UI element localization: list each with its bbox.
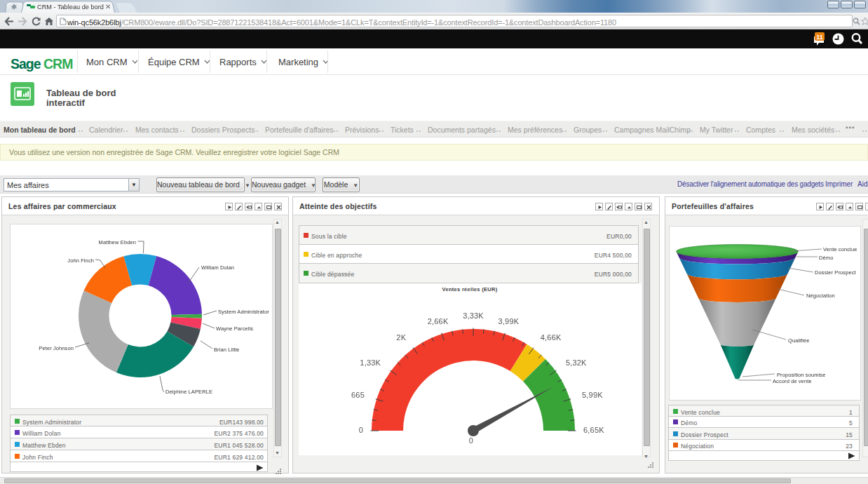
svg-text:1,33K: 1,33K (360, 358, 381, 367)
svg-text:3,99K: 3,99K (499, 317, 520, 325)
svg-text:2K: 2K (396, 333, 406, 342)
svg-text:Vente conclue: Vente conclue (823, 246, 857, 253)
svg-text:Proposition soumise: Proposition soumise (777, 372, 825, 378)
svg-text:System Administrator: System Administrator (218, 309, 269, 315)
svg-text:2,66K: 2,66K (428, 317, 449, 325)
svg-text:0: 0 (469, 436, 473, 445)
svg-text:John Finch: John Finch (67, 257, 94, 264)
svg-text:William Dolan: William Dolan (201, 264, 234, 271)
svg-text:Peter Johnson: Peter Johnson (39, 345, 74, 351)
svg-text:6,65K: 6,65K (583, 426, 604, 434)
svg-text:Accord de vente: Accord de vente (773, 378, 812, 384)
svg-text:5,99K: 5,99K (582, 391, 603, 399)
svg-text:Démo: Démo (819, 255, 833, 261)
svg-text:Qualifiée: Qualifiée (788, 337, 810, 344)
svg-text:665: 665 (351, 391, 365, 399)
svg-text:5,32K: 5,32K (566, 358, 587, 367)
svg-text:Dossier Prospect: Dossier Prospect (815, 269, 857, 276)
svg-text:0: 0 (359, 426, 363, 434)
svg-text:Matthew Ebden: Matthew Ebden (99, 239, 136, 246)
svg-text:3,33K: 3,33K (463, 311, 484, 320)
svg-text:4,66K: 4,66K (541, 333, 562, 342)
svg-text:Delphine LAPERLE: Delphine LAPERLE (165, 389, 212, 395)
svg-text:Wayne Parcells: Wayne Parcells (216, 325, 253, 332)
svg-text:Brian Little: Brian Little (214, 347, 240, 353)
svg-text:Négociation: Négociation (806, 293, 835, 299)
